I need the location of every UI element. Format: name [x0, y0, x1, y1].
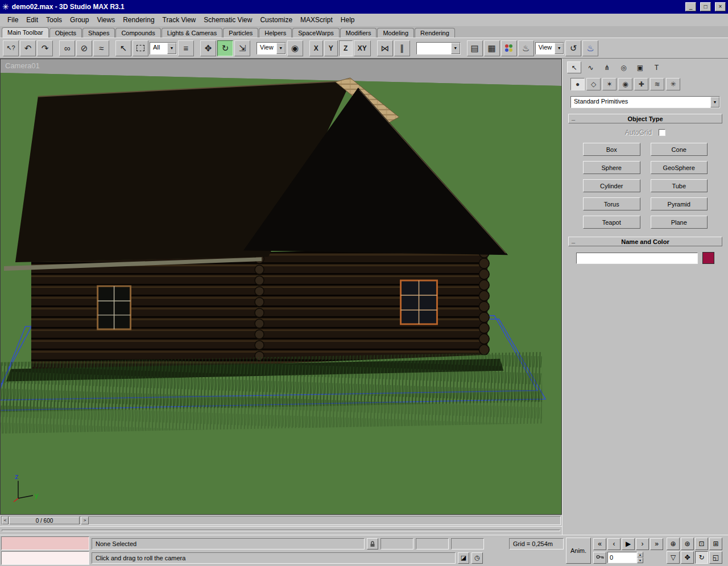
- field-of-view-button[interactable]: ▽: [667, 551, 680, 564]
- menu-rendering[interactable]: Rendering: [119, 14, 158, 26]
- selection-filter-arrow[interactable]: ▼: [167, 43, 176, 54]
- coordinate-z-field[interactable]: [451, 538, 484, 550]
- select-and-rotate-button[interactable]: ↻: [217, 40, 233, 56]
- go-to-end-button[interactable]: »: [650, 538, 663, 550]
- object-button-box[interactable]: Box: [583, 143, 640, 156]
- listener-macro-line[interactable]: [1, 536, 89, 550]
- hierarchy-panel-tab[interactable]: ⋔: [600, 61, 614, 73]
- tab-compounds[interactable]: Compounds: [115, 28, 160, 38]
- selection-filter-dropdown[interactable]: All ▼: [150, 42, 177, 55]
- unlink-selection-button[interactable]: ⊘: [76, 40, 92, 56]
- zoom-extents-all-button[interactable]: ⊞: [709, 538, 722, 550]
- render-type-dropdown[interactable]: View ▼: [535, 42, 565, 55]
- time-tag-button[interactable]: ◷: [471, 552, 483, 564]
- name-color-rollout-header[interactable]: _ Name and Color: [568, 237, 722, 246]
- tab-lights-cameras[interactable]: Lights & Cameras: [162, 28, 222, 38]
- object-button-cone[interactable]: Cone: [651, 143, 708, 156]
- category-cameras-button[interactable]: ◉: [618, 78, 632, 90]
- select-and-link-button[interactable]: ∞: [59, 40, 75, 56]
- frame-spinner-up[interactable]: ▲: [637, 552, 643, 557]
- tab-helpers[interactable]: Helpers: [259, 28, 292, 38]
- close-button[interactable]: ×: [715, 2, 726, 11]
- region-select-button[interactable]: [133, 40, 148, 56]
- tab-particles[interactable]: Particles: [223, 28, 258, 38]
- autogrid-checkbox[interactable]: [659, 129, 665, 136]
- create-panel-tab[interactable]: ↖: [567, 61, 581, 73]
- help-mode-button[interactable]: ↖?: [3, 40, 19, 56]
- open-track-view-button[interactable]: ▤: [467, 40, 483, 56]
- selection-lock-button[interactable]: [367, 538, 378, 550]
- coordinate-y-field[interactable]: [416, 538, 449, 550]
- render-last-button[interactable]: ↺: [565, 40, 581, 56]
- tab-modifiers[interactable]: Modifiers: [340, 28, 377, 38]
- category-geometry-button[interactable]: ●: [570, 78, 585, 90]
- category-spacewarps-button[interactable]: ≋: [650, 78, 664, 90]
- use-center-button[interactable]: ◉: [287, 40, 303, 56]
- zoom-button[interactable]: ⊕: [667, 538, 680, 550]
- select-by-name-button[interactable]: ≡: [178, 40, 194, 56]
- display-panel-tab[interactable]: ▣: [633, 61, 647, 73]
- select-and-scale-button[interactable]: ⇲: [234, 40, 250, 56]
- viewport-label[interactable]: Camera01: [5, 61, 40, 70]
- zoom-all-button[interactable]: ⊛: [681, 538, 694, 550]
- play-animation-button[interactable]: ▶: [622, 538, 635, 550]
- degradation-override-button[interactable]: ◪: [458, 552, 469, 564]
- object-button-cylinder[interactable]: Cylinder: [583, 179, 640, 192]
- select-object-button[interactable]: ↖: [115, 40, 131, 56]
- maxscript-mini-listener[interactable]: [1, 536, 89, 565]
- animate-button[interactable]: Anim.: [566, 538, 591, 564]
- bind-to-spacewarp-button[interactable]: ≈: [93, 40, 109, 56]
- min-max-toggle-button[interactable]: ◱: [709, 551, 722, 564]
- restrict-x-button[interactable]: X: [309, 40, 323, 56]
- minimize-button[interactable]: _: [685, 2, 696, 11]
- tab-objects[interactable]: Objects: [49, 28, 82, 38]
- object-button-torus[interactable]: Torus: [583, 197, 640, 210]
- reference-coordinate-dropdown[interactable]: View ▼: [257, 42, 286, 55]
- go-to-start-button[interactable]: «: [593, 538, 606, 550]
- object-button-pyramid[interactable]: Pyramid: [651, 197, 708, 210]
- menu-customize[interactable]: Customize: [256, 14, 296, 26]
- align-button[interactable]: ∥: [394, 40, 410, 56]
- object-button-sphere[interactable]: Sphere: [583, 161, 640, 174]
- open-schematic-view-button[interactable]: ▦: [484, 40, 500, 56]
- tab-spacewarps[interactable]: SpaceWarps: [292, 28, 340, 38]
- mirror-button[interactable]: ⋈: [377, 40, 393, 56]
- object-color-swatch[interactable]: [702, 252, 714, 264]
- time-slider-prev-button[interactable]: <: [2, 517, 9, 524]
- redo-button[interactable]: ↷: [37, 40, 53, 56]
- category-systems-button[interactable]: ✳: [666, 78, 680, 90]
- tab-rendering[interactable]: Rendering: [415, 28, 455, 38]
- quick-render-button[interactable]: ♨: [582, 40, 598, 56]
- restrict-y-button[interactable]: Y: [324, 40, 338, 56]
- time-slider-handle[interactable]: 0 / 600: [9, 517, 80, 524]
- current-frame-input[interactable]: [607, 552, 637, 563]
- select-and-move-button[interactable]: ✥: [200, 40, 216, 56]
- undo-button[interactable]: ↶: [20, 40, 36, 56]
- render-type-arrow[interactable]: ▼: [555, 43, 564, 54]
- menu-group[interactable]: Group: [66, 14, 93, 26]
- named-selection-sets-dropdown[interactable]: ▼: [416, 42, 461, 55]
- object-button-teapot[interactable]: Teapot: [583, 216, 640, 229]
- menu-file[interactable]: File: [3, 14, 22, 26]
- reference-coordinate-arrow[interactable]: ▼: [276, 43, 286, 54]
- object-button-plane[interactable]: Plane: [651, 216, 708, 229]
- restrict-xy-plane-button[interactable]: XY: [354, 40, 371, 56]
- menu-tools[interactable]: Tools: [42, 14, 66, 26]
- listener-script-line[interactable]: [1, 551, 89, 565]
- track-bar[interactable]: [0, 526, 562, 535]
- object-type-rollout-header[interactable]: _ Object Type: [568, 114, 722, 123]
- time-slider-next-button[interactable]: >: [81, 517, 89, 524]
- tab-modeling[interactable]: Modeling: [377, 28, 414, 38]
- primitives-category-dropdown[interactable]: Standard Primitives ▼: [570, 96, 720, 108]
- previous-frame-button[interactable]: ‹: [607, 538, 621, 550]
- truck-camera-button[interactable]: ✥: [681, 551, 694, 564]
- camera-viewport[interactable]: z y Camera01: [0, 59, 562, 515]
- category-helpers-button[interactable]: ✚: [634, 78, 648, 90]
- menu-maxscript[interactable]: MAXScript: [296, 14, 337, 26]
- tab-main-toolbar[interactable]: Main Toolbar: [2, 27, 49, 38]
- key-mode-toggle-button[interactable]: [593, 552, 606, 564]
- roll-camera-button[interactable]: ↻: [695, 551, 708, 564]
- menu-schematic-view[interactable]: Schematic View: [200, 14, 256, 26]
- render-scene-button[interactable]: ♨: [518, 40, 534, 56]
- menu-help[interactable]: Help: [337, 14, 359, 26]
